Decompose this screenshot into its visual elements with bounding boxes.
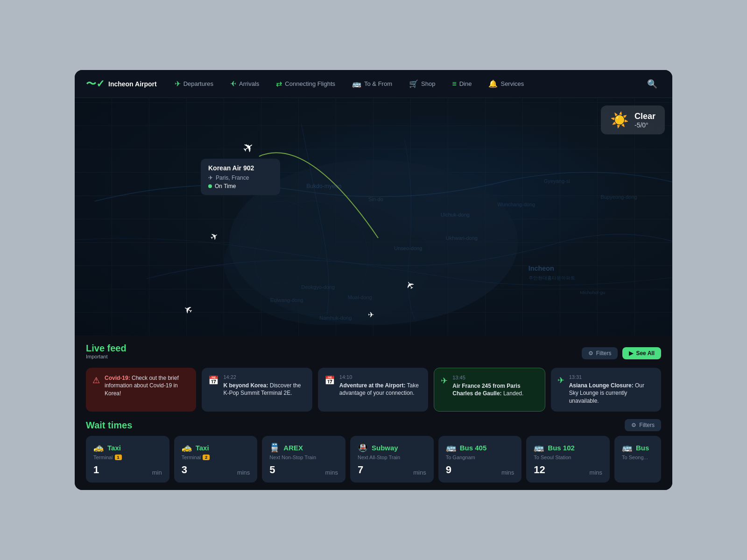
nav-item-arrivals[interactable]: ✈ Arrivals [222, 70, 268, 98]
live-feed-header: Live feed Important ⚙ Filters ▶ See All [86, 336, 661, 368]
subway-bottom: 7 mins [358, 464, 426, 476]
wait-card-bus-405[interactable]: 🚌 Bus 405 To Gangnam 9 mins [438, 436, 522, 483]
filters-label: Filters [596, 350, 612, 357]
svg-text:Bupyeong-dong: Bupyeong-dong [600, 194, 637, 200]
bus405-icon: 🚌 [446, 442, 456, 453]
bus102-unit: mins [590, 469, 602, 476]
nav-label-to-from: To & From [364, 80, 392, 87]
flight-name: Korean Air 902 [208, 164, 273, 172]
svg-text:Bukdo-myeon: Bukdo-myeon [306, 183, 341, 189]
wait-filters-label: Filters [639, 422, 655, 428]
arex-header: 🚆 AREX [269, 442, 338, 453]
taxi2-header: 🚕 Taxi [182, 442, 250, 453]
kbeyond-time: 14:22 [223, 374, 305, 380]
wait-cards: 🚕 Taxi Terminal 1 1 min 🚕 Taxi Ter [86, 436, 661, 490]
weather-info: Clear -5/0° [634, 112, 655, 129]
flight-status-text: On Time [215, 183, 236, 189]
flight-tooltip[interactable]: Korean Air 902 ✈ Paris, France On Time [201, 159, 280, 195]
live-feed-filters-button[interactable]: ⚙ Filters [582, 347, 618, 359]
taxi2-sub: Terminal 2 [182, 455, 250, 460]
feed-card-kbeyond[interactable]: 📅 14:22 K beyond Korea: Discover the K-P… [202, 368, 312, 412]
svg-text:Incheon: Incheon [529, 265, 554, 272]
status-dot [208, 184, 212, 188]
bus102-bottom: 12 mins [534, 464, 602, 476]
taxi2-name: Taxi [196, 444, 209, 452]
search-button[interactable]: 🔍 [643, 79, 661, 89]
taxi2-unit: mins [237, 469, 250, 476]
wait-card-bus-102[interactable]: 🚌 Bus 102 To Seoul Station 12 mins [526, 436, 610, 483]
airfrance-content: 13:45 Air France 245 from Paris Charles … [452, 375, 538, 398]
see-all-label: See All [636, 350, 655, 357]
wait-times-title: Wait times [86, 420, 132, 431]
svg-text:Namhuk-dong: Namhuk-dong [319, 315, 352, 321]
nav-item-to-from[interactable]: 🚌 To & From [344, 70, 401, 98]
bus102-sub: To Seoul Station [534, 455, 602, 460]
taxi1-sub: Terminal 1 [93, 455, 162, 460]
wait-card-taxi-2[interactable]: 🚕 Taxi Terminal 2 3 mins [174, 436, 258, 483]
nav-label-connecting: Connecting Flights [285, 80, 335, 87]
flight-status: On Time [208, 183, 273, 189]
taxi1-unit: min [152, 469, 162, 476]
app-container: 〜✓ Incheon Airport ✈ Departures ✈ Arriva… [75, 70, 672, 490]
bus405-sub: To Gangnam [446, 455, 514, 460]
svg-text:Deokgyo-dong: Deokgyo-dong [301, 284, 335, 290]
svg-point-1 [224, 201, 430, 325]
feed-card-asiana[interactable]: ✈ 13:31 Asiana Lounge Closure: Our Sky L… [551, 368, 661, 412]
nav-item-shop[interactable]: 🛒 Shop [401, 70, 444, 98]
subway-icon: 🚇 [358, 442, 368, 453]
nav-logo[interactable]: 〜✓ Incheon Airport [86, 77, 157, 91]
asiana-content: 13:31 Asiana Lounge Closure: Our Sky Lou… [569, 374, 655, 405]
to-from-icon: 🚌 [352, 79, 361, 88]
flight-dest-icon: ✈ [208, 175, 213, 181]
nav-item-departures[interactable]: ✈ Departures [166, 70, 222, 98]
airfrance-body: Landed. [503, 390, 523, 397]
adventure-content: 14:10 Adventure at the Airport: Take adv… [339, 374, 422, 398]
taxi1-bottom: 1 min [93, 464, 162, 476]
wait-card-bus-seong[interactable]: 🚌 Bus To Seong... [614, 436, 661, 483]
bus102-name: Bus 102 [548, 444, 575, 452]
arex-icon: 🚆 [269, 442, 280, 453]
wait-card-arex[interactable]: 🚆 AREX Next Non-Stop Train 5 mins [262, 436, 345, 483]
dine-icon: ≡ [452, 80, 456, 88]
taxi1-icon: 🚕 [93, 442, 104, 453]
taxi2-icon: 🚕 [182, 442, 192, 453]
asiana-bold: Asiana Lounge Closure: [569, 382, 634, 389]
feed-card-adventure[interactable]: 📅 14:10 Adventure at the Airport: Take a… [318, 368, 428, 412]
nav-label-shop: Shop [421, 80, 435, 87]
live-feed-actions: ⚙ Filters ▶ See All [582, 347, 661, 359]
asiana-icon: ✈ [557, 375, 564, 385]
wait-card-taxi-1[interactable]: 🚕 Taxi Terminal 1 1 min [86, 436, 169, 483]
nav-item-dine[interactable]: ≡ Dine [444, 70, 480, 98]
subway-time: 7 [358, 464, 363, 476]
live-feed-title: Live feed [86, 343, 127, 354]
plane-3: ✈ [368, 310, 374, 319]
filter-icon: ⚙ [588, 350, 593, 357]
bus405-unit: mins [501, 469, 514, 476]
nav-item-services[interactable]: 🔔 Services [480, 70, 532, 98]
nav-label-services: Services [500, 80, 524, 87]
feed-card-airfrance[interactable]: ✈ 13:45 Air France 245 from Paris Charle… [434, 368, 545, 412]
taxi1-header: 🚕 Taxi [93, 442, 162, 453]
arex-time: 5 [269, 464, 275, 476]
bus102-header: 🚌 Bus 102 [534, 442, 602, 453]
services-icon: 🔔 [488, 79, 498, 88]
feed-card-covid[interactable]: ⚠ Covid-19: Check out the brief informat… [86, 368, 196, 412]
nav-label-dine: Dine [459, 80, 472, 87]
svg-text:Euiwang-dong: Euiwang-dong [270, 297, 303, 303]
wait-filter-icon: ⚙ [631, 422, 636, 428]
adventure-bold: Adventure at the Airport: [339, 382, 406, 389]
map-roads: Bukdo-myeon Sin-do Uichuk-dong Unseo-don… [75, 98, 672, 336]
covid-text: Covid-19: Check out the brief informatio… [105, 374, 190, 398]
map-area: Bukdo-myeon Sin-do Uichuk-dong Unseo-don… [75, 98, 672, 336]
wait-card-subway[interactable]: 🚇 Subway Next All-Stop Train 7 mins [350, 436, 434, 483]
nav-item-connecting-flights[interactable]: ⇄ Connecting Flights [268, 70, 344, 98]
connecting-icon: ⇄ [276, 79, 282, 88]
weather-condition: Clear [634, 112, 655, 121]
kbeyond-bold: K beyond Korea: [223, 382, 268, 389]
arrivals-icon: ✈ [230, 79, 236, 88]
live-feed-see-all-button[interactable]: ▶ See All [622, 347, 661, 359]
adventure-time: 14:10 [339, 374, 422, 380]
busseong-name: Bus [636, 444, 649, 452]
wait-times-filters-button[interactable]: ⚙ Filters [625, 419, 661, 431]
nav-label-departures: Departures [183, 80, 213, 87]
